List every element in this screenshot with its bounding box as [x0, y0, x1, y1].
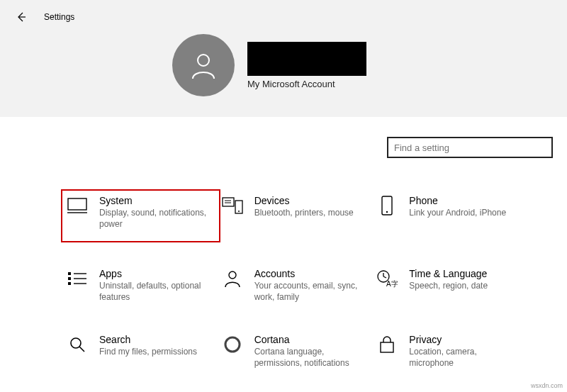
tile-desc: Speech, region, date: [409, 281, 519, 292]
back-button[interactable]: [14, 10, 28, 24]
search-icon: [69, 336, 86, 353]
tile-title: Phone: [409, 195, 519, 206]
tile-title: Cortana: [254, 334, 364, 345]
search-input[interactable]: [387, 137, 553, 158]
tile-title: Devices: [254, 195, 364, 206]
person-icon: [224, 269, 241, 288]
display-icon: [67, 198, 87, 213]
app-title: Settings: [44, 12, 74, 22]
back-arrow-icon: [16, 11, 27, 23]
svg-point-1: [198, 55, 209, 66]
tile-title: System: [99, 195, 209, 206]
svg-text:A字: A字: [386, 280, 398, 288]
tile-desc: Uninstall, defaults, optional features: [99, 281, 209, 303]
tile-desc: Link your Android, iPhone: [409, 208, 519, 219]
tile-desc: Cortana language, permissions, notificat…: [254, 347, 364, 369]
svg-rect-25: [381, 342, 393, 352]
tile-title: Apps: [99, 268, 209, 279]
tile-devices[interactable]: Devices Bluetooth, printers, mouse: [222, 195, 370, 237]
tile-cortana[interactable]: Cortana Cortana language, permissions, n…: [222, 334, 370, 369]
apps-icon: [68, 271, 86, 286]
account-name-redacted: [247, 42, 366, 76]
lock-icon: [379, 335, 395, 354]
tile-desc: Location, camera, microphone: [409, 347, 519, 369]
account-type: My Microsoft Account: [247, 79, 366, 89]
tile-apps[interactable]: Apps Uninstall, defaults, optional featu…: [67, 268, 215, 303]
tile-title: Accounts: [254, 268, 364, 279]
tile-desc: Your accounts, email, sync, work, family: [254, 281, 364, 303]
watermark: wsxdn.com: [531, 382, 563, 389]
tile-system[interactable]: System Display, sound, notifications, po…: [67, 195, 215, 237]
tile-search[interactable]: Search Find my files, permissions: [67, 334, 215, 369]
tile-title: Time & Language: [409, 268, 519, 279]
svg-point-10: [386, 211, 388, 213]
avatar: [172, 34, 235, 96]
tile-time-language[interactable]: A字 Time & Language Speech, region, date: [376, 268, 524, 303]
time-language-icon: A字: [376, 269, 398, 288]
svg-rect-4: [223, 198, 234, 206]
svg-point-6: [238, 211, 240, 212]
cortana-icon: [224, 336, 241, 353]
svg-rect-12: [68, 277, 71, 280]
tile-title: Search: [99, 334, 209, 345]
svg-rect-2: [68, 198, 86, 210]
tile-privacy[interactable]: Privacy Location, camera, microphone: [376, 334, 524, 369]
svg-line-23: [79, 347, 84, 352]
svg-point-22: [71, 338, 81, 348]
tile-title: Privacy: [409, 334, 519, 345]
tile-desc: Display, sound, notifications, power: [99, 208, 209, 230]
tile-desc: Bluetooth, printers, mouse: [254, 208, 364, 219]
tile-phone[interactable]: Phone Link your Android, iPhone: [376, 195, 524, 237]
tile-desc: Find my files, permissions: [99, 347, 209, 358]
user-icon: [187, 49, 220, 82]
tile-accounts[interactable]: Accounts Your accounts, email, sync, wor…: [222, 268, 370, 303]
svg-rect-11: [68, 272, 71, 275]
svg-line-20: [383, 276, 386, 278]
phone-icon: [381, 196, 393, 215]
settings-grid: System Display, sound, notifications, po…: [0, 158, 567, 369]
svg-point-24: [225, 337, 240, 352]
svg-point-17: [229, 271, 236, 279]
devices-icon: [222, 197, 243, 214]
svg-rect-13: [68, 282, 71, 285]
